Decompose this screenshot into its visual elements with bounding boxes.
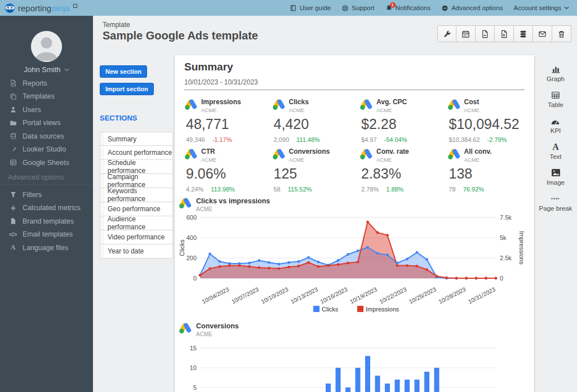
data-refresh-button[interactable] [514,25,533,42]
kpi-ctr[interactable]: CTRACME 9.06% 4.24%113.98% [179,143,267,193]
drag-handle[interactable] [100,174,104,188]
section-item-campaign-performance[interactable]: Campaign performance [100,174,173,188]
section-item-year-to-date[interactable]: Year to date [100,244,173,259]
palette-item-image[interactable]: Image [547,168,565,186]
export-pdf-button[interactable] [476,25,495,42]
sidebar-nav: Reports Templates Users Portal views Dat… [0,77,93,170]
clicks-vs-impressions-chart: 002002.5k4005k6007.5kClicksImpressions10… [179,213,530,318]
sidebar-item-looker-studio[interactable]: Looker Studio [0,143,93,157]
section-item-account-performance[interactable]: Account performance [100,146,173,160]
advanced-options-link[interactable]: Advanced options [441,5,503,12]
user-guide-link[interactable]: User guide [290,5,331,12]
settings-wrench-button[interactable] [437,25,456,42]
section-item-summary[interactable]: Summary [100,132,173,146]
user-menu[interactable]: John Smith [0,65,93,74]
kpi-previous-value: 49,346 [186,136,205,143]
palette-item-label: Text [549,153,561,160]
gauge-icon [551,116,560,126]
kpi-name: Cost [464,99,480,106]
palette-item-text[interactable]: A Text [549,142,561,160]
section-item-label: Schedule performance [108,159,172,175]
brand-logo[interactable]: reporting ninja [0,3,77,14]
kpi-account: ACME [376,157,409,163]
sidebar-item-portal-views[interactable]: Portal views [0,117,93,130]
sidebar-item-filters[interactable]: Filters [0,188,93,202]
sidebar-item-templates[interactable]: Templates [0,90,93,104]
palette-item-label: Page break [539,205,572,212]
schedule-calendar-button[interactable] [456,25,476,42]
filter-icon [9,191,17,198]
section-item-audience-performance[interactable]: Audience performance [100,216,173,230]
kpi-name: Avg. CPC [376,99,407,106]
kpi-conv-rate[interactable]: Conv. rateACME 2.83% 2.78%1.88% [354,143,442,193]
sidebar-item-language-files[interactable]: A Language files [0,241,93,255]
kpi-delta: 115.52% [288,186,312,193]
palette-item-kpi[interactable]: KPI [551,116,561,134]
kpi-clicks[interactable]: ClicksACME 4,420 2,090111.48% [267,93,355,143]
drag-handle[interactable] [100,160,104,173]
export-excel-button[interactable] [495,25,514,42]
svg-text:5k: 5k [500,234,507,241]
section-item-geo-performance[interactable]: Geo performance [100,202,173,216]
sidebar-item-email-templates[interactable]: </> Email templates [0,228,93,242]
calendar-icon [461,30,470,38]
kpi-value: $10,094.52 [449,116,529,132]
import-section-button[interactable]: Import section [100,83,154,95]
sidebar-item-users[interactable]: Users [0,103,93,117]
kpi-cost[interactable]: CostACME $10,094.52 $10,384.62-2.79% [442,93,530,143]
section-item-keywords-performance[interactable]: Keywords performance [100,188,173,202]
kpi-delta: -54.04% [384,136,407,143]
drag-handle[interactable] [100,132,104,145]
palette-item-page-break[interactable]: ▪▪▪▪ Page break [539,194,572,212]
palette-item-table[interactable]: Table [548,90,563,108]
section-item-schedule-performance[interactable]: Schedule performance [100,160,173,174]
topnav: User guide Support 1 Notifications Advan… [290,5,577,12]
avatar[interactable] [31,31,62,62]
section-item-video-performance[interactable]: Video performance [100,230,173,244]
drag-handle[interactable] [100,244,104,258]
section-item-label: Campaign performance [108,173,172,189]
kpi-conversions[interactable]: ConversionsACME 125 58115.52% [267,143,355,193]
sidebar-item-label: Google Sheets [23,159,69,167]
kpi-value: 9.06% [186,166,266,182]
kpi-all-conv[interactable]: All conv.ACME 138 7876.92% [442,143,530,193]
sidebar-item-reports[interactable]: Reports [0,77,93,90]
page-break-icon: ▪▪▪▪ [551,194,560,203]
sidebar-item-calculated-metrics[interactable]: Calculated metrics [0,202,93,215]
google-ads-icon [273,148,285,162]
sections-heading: SECTIONS [100,114,173,122]
palette-item-label: Image [547,179,565,186]
clicks-vs-impressions-widget-header[interactable]: Clicks vs impressions ACME [179,197,270,212]
drag-handle[interactable] [100,188,104,202]
palette-item-label: KPI [551,127,561,134]
kpi-impressions[interactable]: ImpressionsACME 48,771 49,346-1.17% [179,93,267,143]
sidebar-item-data-sources[interactable]: Data sources [0,130,93,143]
kpi-name: All conv. [464,148,492,156]
drag-handle[interactable] [100,216,104,230]
sidebar-item-label: Users [23,106,41,114]
drag-handle[interactable] [100,230,104,244]
sections-panel: New section Import section SECTIONS Summ… [100,65,173,259]
account-settings-menu[interactable]: Account settings [514,5,569,11]
main-area: Template Sample Google Ads template New … [93,16,577,392]
conversions-widget-header[interactable]: Conversions ACME [179,322,239,337]
report-date-range: 10/01/2023 - 10/31/2023 [184,78,258,86]
kpi-value: 4,420 [274,116,354,132]
drag-handle[interactable] [100,146,104,159]
notifications-link[interactable]: 1 Notifications [385,5,431,12]
code-icon: </> [9,231,17,238]
kpi-avg-cpc[interactable]: Avg. CPCACME $2.28 $4.97-54.04% [354,93,442,143]
google-ads-icon [179,197,192,211]
new-section-button[interactable]: New section [100,65,147,78]
support-link[interactable]: Support [341,5,374,12]
copy-icon [9,93,17,100]
email-button[interactable] [533,25,552,42]
sidebar-item-brand-templates[interactable]: Brand templates [0,215,93,228]
sidebar-item-google-sheets[interactable]: Google Sheets [0,156,93,170]
delete-button[interactable] [552,25,571,42]
sidebar: John Smith Reports Templates Users Porta… [0,16,93,392]
file-icon [9,79,17,87]
kpi-delta: 76.92% [463,186,484,193]
drag-handle[interactable] [100,202,104,216]
palette-item-graph[interactable]: Graph [547,64,565,82]
